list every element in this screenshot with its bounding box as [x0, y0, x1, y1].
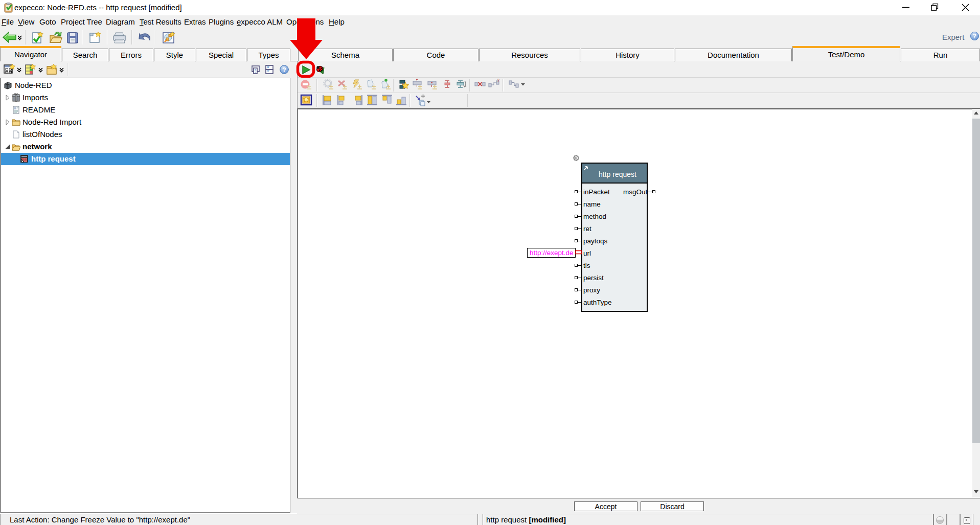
svg-text:?: ?: [497, 78, 499, 83]
svg-text:?: ?: [973, 33, 976, 40]
